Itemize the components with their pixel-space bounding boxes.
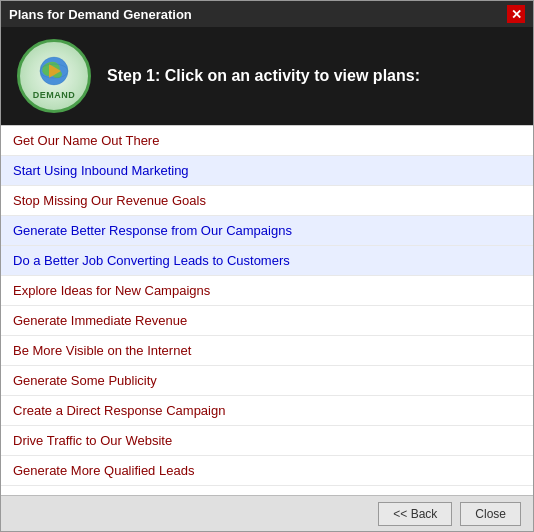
globe-icon bbox=[35, 52, 73, 90]
list-item[interactable]: Be More Visible on the Internet bbox=[1, 336, 533, 366]
list-item[interactable]: Stop Missing Our Revenue Goals bbox=[1, 186, 533, 216]
list-item[interactable]: Generate Immediate Revenue bbox=[1, 306, 533, 336]
list-item[interactable]: Get Our Name Out There bbox=[1, 126, 533, 156]
list-item[interactable]: Generate More Qualified Leads bbox=[1, 456, 533, 486]
list-item[interactable]: Generate Some Publicity bbox=[1, 366, 533, 396]
demand-logo: DEMAND bbox=[17, 39, 91, 113]
footer-bar: << Back Close bbox=[1, 495, 533, 531]
close-button[interactable]: Close bbox=[460, 502, 521, 526]
list-item[interactable]: Drive Traffic to Our Website bbox=[1, 426, 533, 456]
list-item[interactable]: Do a Better Job Converting Leads to Cust… bbox=[1, 246, 533, 276]
dialog-title: Plans for Demand Generation bbox=[9, 7, 192, 22]
step-instruction: Step 1: Click on an activity to view pla… bbox=[107, 67, 420, 85]
list-item[interactable]: Create a Print Campaign bbox=[1, 486, 533, 495]
list-item[interactable]: Create a Direct Response Campaign bbox=[1, 396, 533, 426]
content-section: Get Our Name Out ThereStart Using Inboun… bbox=[1, 126, 533, 495]
header-section: DEMAND Step 1: Click on an activity to v… bbox=[1, 27, 533, 125]
demand-label: DEMAND bbox=[33, 90, 76, 100]
activity-list[interactable]: Get Our Name Out ThereStart Using Inboun… bbox=[1, 126, 533, 495]
list-item[interactable]: Explore Ideas for New Campaigns bbox=[1, 276, 533, 306]
close-title-button[interactable]: ✕ bbox=[507, 5, 525, 23]
back-button[interactable]: << Back bbox=[378, 502, 452, 526]
dialog-window: Plans for Demand Generation ✕ DEMAND Ste… bbox=[0, 0, 534, 532]
title-bar: Plans for Demand Generation ✕ bbox=[1, 1, 533, 27]
list-item[interactable]: Generate Better Response from Our Campai… bbox=[1, 216, 533, 246]
list-item[interactable]: Start Using Inbound Marketing bbox=[1, 156, 533, 186]
